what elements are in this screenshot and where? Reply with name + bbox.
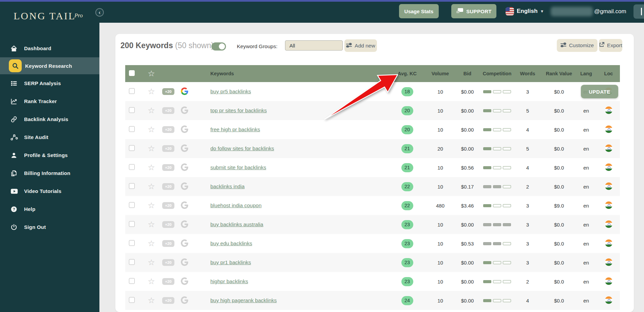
keyword-link[interactable]: submit site for backlinks bbox=[210, 164, 266, 170]
sidebar-item-backlink-analysis[interactable]: Backlink Analysis bbox=[0, 110, 99, 128]
export-button[interactable]: Export bbox=[599, 39, 622, 52]
google-icon[interactable] bbox=[181, 163, 188, 171]
star-icon[interactable]: ☆ bbox=[148, 163, 155, 172]
keyword-link[interactable]: top pr sites for backlinks bbox=[210, 108, 267, 113]
expand-keywords-badge[interactable]: +20 bbox=[162, 126, 174, 133]
expand-keywords-badge[interactable]: +20 bbox=[162, 88, 174, 95]
language-selector[interactable]: English ▾ bbox=[506, 6, 543, 17]
keyword-link[interactable]: bluehost india coupon bbox=[210, 202, 262, 208]
star-icon[interactable]: ☆ bbox=[148, 239, 155, 248]
expand-keywords-badge[interactable]: +20 bbox=[162, 221, 174, 228]
google-icon[interactable] bbox=[181, 258, 188, 266]
keyword-link[interactable]: buy pr5 backlinks bbox=[210, 89, 251, 94]
keyword-link[interactable]: buy pr1 backlinks bbox=[210, 259, 251, 265]
column-header-volume[interactable]: Volume bbox=[428, 71, 453, 76]
sidebar-item-keyword-research[interactable]: Keyword Research bbox=[0, 57, 99, 74]
star-icon[interactable]: ☆ bbox=[148, 258, 155, 267]
expand-keywords-badge[interactable]: +20 bbox=[162, 202, 174, 209]
google-icon[interactable] bbox=[181, 87, 188, 95]
google-icon[interactable] bbox=[181, 144, 188, 152]
star-icon[interactable]: ☆ bbox=[148, 106, 155, 115]
sidebar-collapse-button[interactable]: ‹ bbox=[95, 8, 104, 17]
row-checkbox[interactable] bbox=[129, 297, 135, 303]
support-button[interactable]: SUPPORT bbox=[451, 4, 496, 18]
google-icon[interactable] bbox=[181, 296, 188, 304]
keyword-link[interactable]: free high pr backlinks bbox=[210, 126, 260, 132]
competition-segment bbox=[503, 280, 511, 283]
sidebar-item-billing-information[interactable]: Billing Information bbox=[0, 164, 99, 182]
star-icon[interactable]: ☆ bbox=[148, 277, 155, 286]
row-checkbox[interactable] bbox=[129, 183, 135, 189]
sidebar-item-sign-out[interactable]: Sign Out bbox=[0, 218, 99, 236]
column-header-lang[interactable]: Lang bbox=[575, 71, 597, 76]
account-menu-button[interactable] bbox=[633, 4, 644, 19]
google-icon[interactable] bbox=[181, 277, 188, 285]
customize-button[interactable]: Customize bbox=[557, 39, 598, 52]
google-icon[interactable] bbox=[181, 201, 188, 209]
column-header-rank-value[interactable]: Rank Value bbox=[543, 71, 575, 76]
india-flag-icon bbox=[605, 182, 612, 190]
keyword-groups-select[interactable]: All bbox=[285, 40, 343, 51]
star-icon[interactable]: ☆ bbox=[148, 87, 155, 96]
expand-keywords-badge[interactable]: +20 bbox=[162, 297, 174, 304]
sidebar-item-rank-tracker[interactable]: Rank Tracker bbox=[0, 92, 99, 110]
column-header-words[interactable]: Words bbox=[512, 71, 543, 76]
star-icon[interactable]: ☆ bbox=[148, 220, 155, 229]
google-icon[interactable] bbox=[181, 106, 188, 114]
sidebar-item-profile-settings[interactable]: Profile & Settings bbox=[0, 146, 99, 164]
table-row: ☆+20bluehost india coupon22480$3.463$9.0… bbox=[125, 196, 620, 215]
keyword-link[interactable]: buy edu backlinks bbox=[210, 240, 252, 246]
google-icon[interactable] bbox=[181, 239, 188, 247]
keyword-link[interactable]: do follow sites for backlinks bbox=[210, 145, 274, 151]
expand-keywords-badge[interactable]: +20 bbox=[162, 259, 174, 266]
keyword-link[interactable]: buy high pagerank backlinks bbox=[210, 297, 277, 303]
google-icon[interactable] bbox=[181, 182, 188, 190]
google-icon[interactable] bbox=[181, 125, 188, 133]
keyword-link[interactable]: backlinks india bbox=[210, 183, 245, 189]
star-icon[interactable]: ☆ bbox=[148, 182, 155, 191]
row-checkbox[interactable] bbox=[129, 107, 135, 113]
keyword-link[interactable]: highpr backlinks bbox=[210, 278, 248, 284]
kc-badge: 21 bbox=[401, 144, 413, 153]
competition-segment bbox=[483, 90, 491, 93]
table-body: ☆+20buy pr5 backlinks1810$0.003$0.0enUPD… bbox=[125, 82, 620, 310]
row-checkbox[interactable] bbox=[129, 278, 135, 284]
star-icon[interactable]: ☆ bbox=[148, 125, 155, 134]
expand-keywords-badge[interactable]: +20 bbox=[162, 278, 174, 285]
star-icon[interactable]: ☆ bbox=[148, 201, 155, 210]
row-checkbox[interactable] bbox=[129, 240, 135, 246]
expand-keywords-badge[interactable]: +20 bbox=[162, 183, 174, 190]
sidebar-item-dashboard[interactable]: Dashboard bbox=[0, 39, 99, 57]
star-icon[interactable]: ☆ bbox=[148, 69, 155, 78]
row-checkbox[interactable] bbox=[129, 88, 135, 94]
row-checkbox[interactable] bbox=[129, 221, 135, 227]
star-icon[interactable]: ☆ bbox=[148, 144, 155, 153]
column-header-bid[interactable]: Bid bbox=[453, 71, 482, 76]
row-checkbox[interactable] bbox=[129, 164, 135, 170]
row-checkbox[interactable] bbox=[129, 202, 135, 208]
expand-keywords-badge[interactable]: +20 bbox=[162, 240, 174, 247]
sidebar-item-video-tutorials[interactable]: Video Tutorials bbox=[0, 182, 99, 200]
expand-keywords-badge[interactable]: +20 bbox=[162, 164, 174, 171]
update-button[interactable]: UPDATE bbox=[581, 85, 618, 98]
competition-segment bbox=[503, 204, 511, 207]
expand-keywords-badge[interactable]: +20 bbox=[162, 107, 174, 114]
keywords-toggle[interactable] bbox=[211, 42, 226, 51]
column-header-competition[interactable]: Competition bbox=[482, 71, 512, 76]
google-icon[interactable] bbox=[181, 220, 188, 228]
column-header-loc[interactable]: Loc bbox=[597, 71, 620, 76]
sidebar-item-help[interactable]: ?Help bbox=[0, 200, 99, 218]
column-header-keywords[interactable]: Keywords bbox=[192, 71, 387, 76]
sidebar-item-site-audit[interactable]: Site Audit bbox=[0, 128, 99, 146]
keyword-link[interactable]: buy backlinks australia bbox=[210, 221, 263, 227]
usage-stats-button[interactable]: Usage Stats bbox=[399, 4, 439, 18]
star-icon[interactable]: ☆ bbox=[148, 296, 155, 305]
sidebar-item-serp-analysis[interactable]: SERP Analysis bbox=[0, 74, 99, 92]
row-checkbox[interactable] bbox=[129, 126, 135, 132]
expand-keywords-badge[interactable]: +20 bbox=[162, 145, 174, 152]
add-new-button[interactable]: Add new bbox=[344, 39, 377, 52]
select-all-checkbox[interactable] bbox=[129, 70, 135, 76]
row-checkbox[interactable] bbox=[129, 145, 135, 151]
column-header-avg-kc[interactable]: Avg. KC bbox=[387, 71, 428, 76]
row-checkbox[interactable] bbox=[129, 259, 135, 265]
